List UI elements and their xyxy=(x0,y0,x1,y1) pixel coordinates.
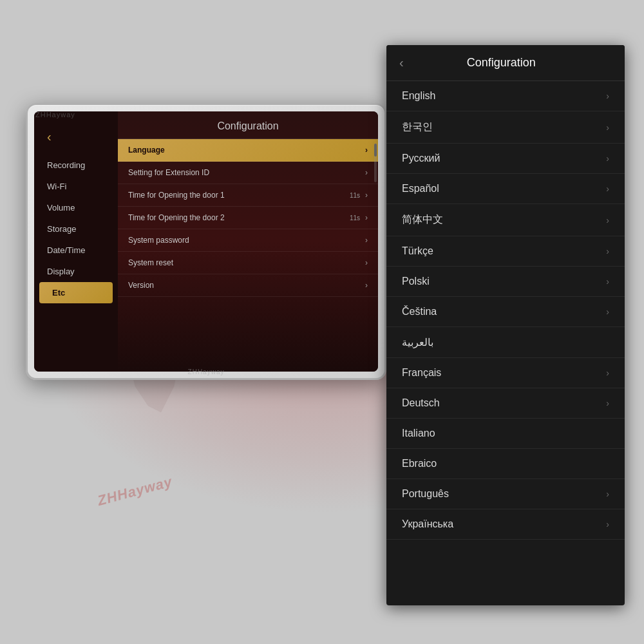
lang-item-korean[interactable]: 한국인 › xyxy=(386,111,625,144)
lang-item-chinese-label: 简体中文 xyxy=(402,213,443,227)
sidebar-item-display[interactable]: Display xyxy=(34,261,118,282)
lang-item-polish-label: Polski xyxy=(402,276,430,287)
lang-item-czech-label: Čeština xyxy=(402,306,437,317)
menu-item-reset-chevron: › xyxy=(365,258,368,267)
device-menu-list: Language › Setting for Extension ID › Ti… xyxy=(118,139,378,372)
lang-item-ukrainian-label: Українська xyxy=(402,518,453,530)
lang-back-button[interactable]: ‹ xyxy=(399,55,404,70)
menu-item-password-label: System password xyxy=(128,236,189,245)
lang-item-german-chevron: › xyxy=(606,398,609,408)
lang-item-italian-label: Italiano xyxy=(402,428,435,439)
lang-item-arabic-label: بالعربية xyxy=(402,336,433,348)
lang-item-hebrew-label: Ebraico xyxy=(402,458,437,469)
lang-item-turkish-chevron: › xyxy=(606,246,609,256)
lang-item-czech[interactable]: Čeština › xyxy=(386,297,625,327)
language-list: English › 한국인 › Русский › Español › 简体中文… xyxy=(386,81,625,605)
lang-item-german-label: Deutsch xyxy=(402,397,440,409)
menu-item-door1[interactable]: Time for Opening the door 1 11s › xyxy=(118,184,378,207)
menu-item-door1-value: 11s xyxy=(350,192,360,199)
lang-item-russian-label: Русский xyxy=(402,153,440,164)
menu-item-door1-chevron: › xyxy=(365,191,368,200)
lang-item-spanish-label: Español xyxy=(402,183,439,194)
menu-item-language[interactable]: Language › xyxy=(118,139,378,162)
menu-item-language-chevron: › xyxy=(365,146,368,155)
lang-item-french[interactable]: Français › xyxy=(386,358,625,388)
menu-item-extension-id-chevron: › xyxy=(365,168,368,177)
lang-item-korean-chevron: › xyxy=(606,122,609,133)
lang-item-chinese[interactable]: 简体中文 › xyxy=(386,204,625,236)
device-main-content: Configuration Language › Setting for Ext… xyxy=(118,111,378,372)
lang-item-russian-chevron: › xyxy=(606,153,609,164)
lang-item-german[interactable]: Deutsch › xyxy=(386,388,625,419)
lang-item-ukrainian-chevron: › xyxy=(606,519,609,529)
device-brand-top: ZHHayway xyxy=(35,111,75,118)
lang-item-italian[interactable]: Italiano xyxy=(386,419,625,449)
device-scrollbar-thumb xyxy=(374,144,377,156)
menu-item-reset[interactable]: System reset › xyxy=(118,252,378,274)
menu-item-reset-label: System reset xyxy=(128,258,173,267)
lang-item-czech-chevron: › xyxy=(606,307,609,317)
menu-item-door2-value: 11s xyxy=(350,214,360,222)
lang-item-korean-label: 한국인 xyxy=(402,120,433,134)
device-screen: ‹ Recording Wi-Fi Volume Storage Date/Ti… xyxy=(34,111,378,372)
lang-item-ukrainian[interactable]: Українська › xyxy=(386,509,625,540)
menu-item-extension-id-label: Setting for Extension ID xyxy=(128,168,209,177)
device-config-title: Configuration xyxy=(118,111,378,139)
menu-item-password[interactable]: System password › xyxy=(118,229,378,252)
menu-item-version[interactable]: Version › xyxy=(118,274,378,297)
lang-item-english-chevron: › xyxy=(606,91,609,101)
menu-item-version-chevron: › xyxy=(365,281,368,290)
sidebar-item-etc[interactable]: Etc xyxy=(39,282,113,303)
device-brand-bottom: ZHHayway xyxy=(188,368,225,375)
lang-item-portuguese-chevron: › xyxy=(606,489,609,499)
lang-item-portuguese-label: Português xyxy=(402,488,449,500)
menu-item-version-label: Version xyxy=(128,281,154,290)
lang-item-english[interactable]: English › xyxy=(386,81,625,111)
lang-item-spanish[interactable]: Español › xyxy=(386,174,625,204)
sidebar-item-storage[interactable]: Storage xyxy=(34,218,118,240)
lang-item-turkish[interactable]: Türkçe › xyxy=(386,236,625,267)
menu-item-password-chevron: › xyxy=(365,236,368,245)
menu-item-language-label: Language xyxy=(128,146,165,155)
sidebar-item-volume[interactable]: Volume xyxy=(34,197,118,218)
menu-item-door2[interactable]: Time for Opening the door 2 11s › xyxy=(118,207,378,229)
menu-item-extension-id[interactable]: Setting for Extension ID › xyxy=(118,162,378,184)
sidebar-item-recording[interactable]: Recording xyxy=(34,155,118,176)
lang-item-portuguese[interactable]: Português › xyxy=(386,479,625,509)
lang-item-turkish-label: Türkçe xyxy=(402,245,433,257)
device-scrollbar[interactable] xyxy=(374,144,377,182)
menu-item-door2-label: Time for Opening the door 2 xyxy=(128,213,225,222)
lang-item-arabic[interactable]: بالعربية xyxy=(386,327,625,358)
lang-item-english-label: English xyxy=(402,90,435,102)
lang-item-french-chevron: › xyxy=(606,368,609,378)
menu-item-door1-label: Time for Opening the door 1 xyxy=(128,191,225,200)
lang-item-chinese-chevron: › xyxy=(606,215,609,225)
lang-panel-title: Configuration xyxy=(414,56,589,70)
lang-item-spanish-chevron: › xyxy=(606,184,609,194)
menu-item-door2-chevron: › xyxy=(365,213,368,222)
sidebar-item-wifi[interactable]: Wi-Fi xyxy=(34,176,118,197)
device-panel: ‹ Recording Wi-Fi Volume Storage Date/Ti… xyxy=(26,103,386,380)
lang-item-polish-chevron: › xyxy=(606,276,609,287)
device-back-button[interactable]: ‹ xyxy=(34,124,118,149)
language-panel: ‹ Configuration English › 한국인 › Русский … xyxy=(386,45,625,605)
sidebar-item-datetime[interactable]: Date/Time xyxy=(34,240,118,261)
device-sidebar: ‹ Recording Wi-Fi Volume Storage Date/Ti… xyxy=(34,111,118,372)
lang-item-french-label: Français xyxy=(402,367,441,379)
lang-item-russian[interactable]: Русский › xyxy=(386,144,625,174)
lang-header: ‹ Configuration xyxy=(386,45,625,81)
lang-item-hebrew[interactable]: Ebraico xyxy=(386,449,625,479)
lang-item-polish[interactable]: Polski › xyxy=(386,267,625,297)
